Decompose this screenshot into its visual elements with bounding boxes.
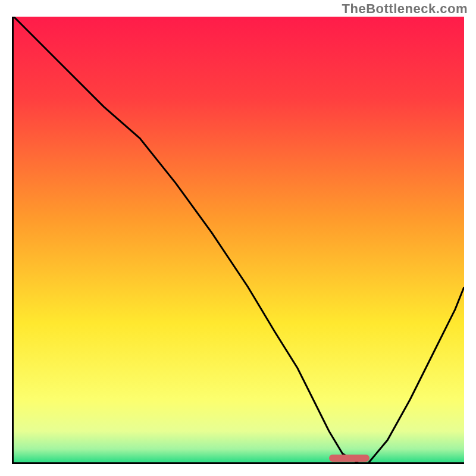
bottleneck-curve [14,17,464,464]
chart-container [12,17,464,464]
trough-indicator-bar [329,455,369,462]
watermark-text: TheBottleneck.com [342,1,468,17]
